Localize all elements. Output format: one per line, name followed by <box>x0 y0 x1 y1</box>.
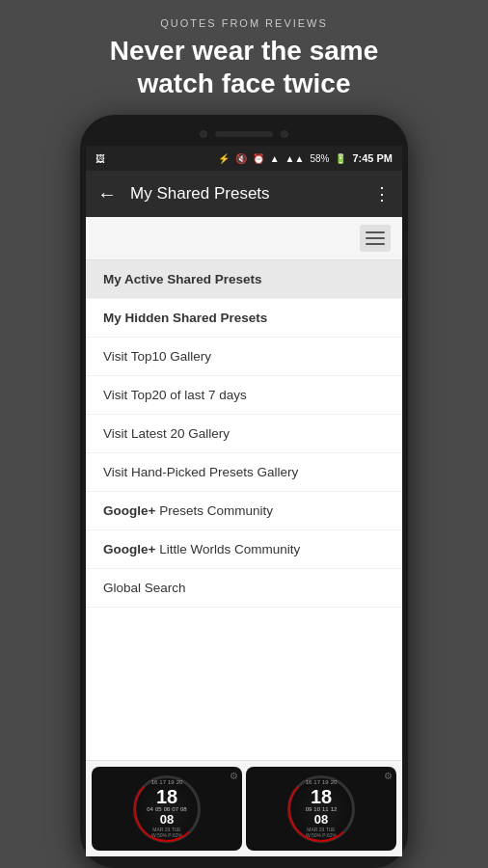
side-button <box>408 231 412 269</box>
watch-faces-row: ⚙ 16171920 18 0405060708 08 MAR 29 TUE W… <box>86 760 402 856</box>
wifi-icon: ▲ <box>270 153 280 164</box>
menu-item-global-search[interactable]: Global Search <box>86 569 402 608</box>
watch-ring-1 <box>134 776 200 842</box>
menu-item-handpicked-label: Visit Hand-Picked Presets Gallery <box>103 465 298 479</box>
mute-icon: 🔇 <box>235 153 247 164</box>
googleplus-label-1: Google+ <box>103 503 155 518</box>
googleplus-label-2: Google+ <box>103 542 155 556</box>
quote-label: QUOTES FROM REVIEWS <box>39 17 449 29</box>
phone-shell: 🖼 ⚡ 🔇 ⏰ ▲ ▲▲ 58% 🔋 7:45 PM ← My Shared P… <box>80 115 408 868</box>
status-time: 7:45 PM <box>352 152 393 164</box>
watch-ring-2 <box>288 776 354 842</box>
app-bar: ← My Shared Presets ⋮ <box>86 171 402 217</box>
quote-line1: Never wear the same <box>110 36 379 66</box>
hamburger-line-1 <box>366 231 385 233</box>
menu-item-top20[interactable]: Visit Top20 of last 7 days <box>86 376 402 415</box>
menu-item-global-label: Global Search <box>103 581 186 595</box>
watch-dial-2: 16171920 18 09101112 08 MAR 29 TUE W:50%… <box>287 775 355 843</box>
overflow-menu-button[interactable]: ⋮ <box>373 183 391 204</box>
back-button[interactable]: ← <box>97 183 117 205</box>
menu-item-googleplus-worlds[interactable]: Google+ Little Worlds Community <box>86 530 402 569</box>
menu-item-latest20[interactable]: Visit Latest 20 Gallery <box>86 415 402 453</box>
watch-face-2[interactable]: ⚙ 16171920 18 09101112 08 MAR 29 TUE W:5… <box>246 767 396 851</box>
menu-row <box>86 217 402 260</box>
camera-dot <box>200 130 207 138</box>
menu-item-hidden-label: My Hidden Shared Presets <box>103 311 267 325</box>
menu-list: My Active Shared Presets My Hidden Share… <box>86 260 402 760</box>
battery-percent: 58% <box>310 153 329 164</box>
status-left: 🖼 <box>95 153 108 164</box>
battery-icon: 🔋 <box>335 153 346 164</box>
speaker-bar <box>215 131 273 137</box>
menu-item-googleplus-presets[interactable]: Google+ Presets Community <box>86 492 402 530</box>
menu-item-littleworlds-text: Little Worlds Community <box>159 542 300 556</box>
watch-face-1[interactable]: ⚙ 16171920 18 0405060708 08 MAR 29 TUE W… <box>92 767 242 851</box>
menu-item-active[interactable]: My Active Shared Presets <box>86 260 402 299</box>
menu-item-top10[interactable]: Visit Top10 Gallery <box>86 338 402 376</box>
content-area: My Active Shared Presets My Hidden Share… <box>86 217 402 856</box>
hamburger-line-3 <box>366 243 385 245</box>
sensor-dot <box>281 130 288 138</box>
hamburger-line-2 <box>366 237 385 239</box>
menu-item-handpicked[interactable]: Visit Hand-Picked Presets Gallery <box>86 453 402 492</box>
bluetooth-icon: ⚡ <box>218 153 230 164</box>
status-bar: 🖼 ⚡ 🔇 ⏰ ▲ ▲▲ 58% 🔋 7:45 PM <box>86 146 402 171</box>
menu-item-hidden[interactable]: My Hidden Shared Presets <box>86 299 402 338</box>
menu-item-top20-label: Visit Top20 of last 7 days <box>103 388 247 402</box>
settings-icon-1: ⚙ <box>230 771 238 781</box>
settings-icon-2: ⚙ <box>384 771 393 781</box>
alarm-icon: ⏰ <box>253 153 264 164</box>
phone-screen: 🖼 ⚡ 🔇 ⏰ ▲ ▲▲ 58% 🔋 7:45 PM ← My Shared P… <box>86 146 402 856</box>
hamburger-button[interactable] <box>360 225 391 252</box>
menu-item-latest20-label: Visit Latest 20 Gallery <box>103 426 230 441</box>
signal-icon: ▲▲ <box>285 153 305 164</box>
status-right: ⚡ 🔇 ⏰ ▲ ▲▲ 58% 🔋 7:45 PM <box>218 152 393 164</box>
menu-item-active-label: My Active Shared Presets <box>103 272 262 286</box>
image-icon: 🖼 <box>95 153 105 164</box>
watch-dial-1: 16171920 18 0405060708 08 MAR 29 TUE W:5… <box>133 775 201 843</box>
quote-line2: watch face twice <box>138 68 351 98</box>
app-bar-title: My Shared Presets <box>130 184 373 203</box>
phone-top-bar <box>86 126 402 146</box>
menu-item-googleplus-text: Presets Community <box>159 503 273 518</box>
menu-item-top10-label: Visit Top10 Gallery <box>103 349 211 364</box>
quote-text: Never wear the same watch face twice <box>39 35 449 99</box>
quote-area: QUOTES FROM REVIEWS Never wear the same … <box>0 0 488 115</box>
